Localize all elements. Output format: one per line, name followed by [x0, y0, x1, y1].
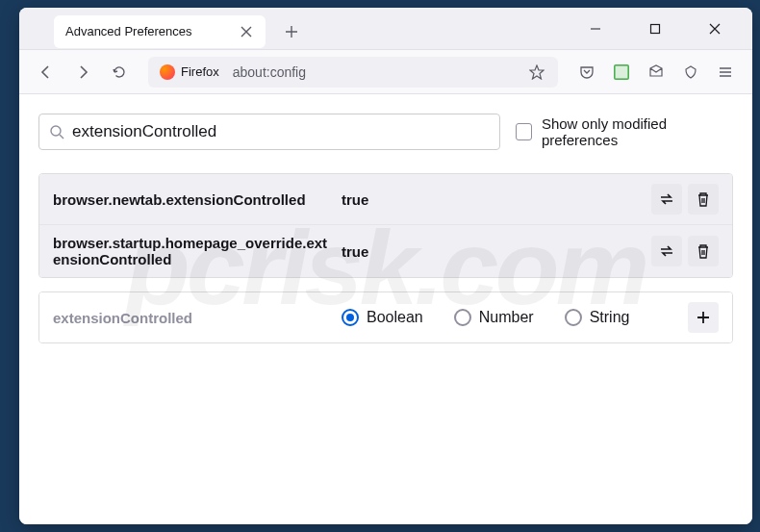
preferences-list: browser.newtab.extensionControlled true … [38, 173, 733, 278]
toolbar-right-icons [571, 57, 741, 88]
radio-input-string[interactable] [565, 309, 582, 326]
new-pref-name: extensionControlled [53, 310, 342, 326]
radio-string[interactable]: String [565, 309, 630, 326]
filter-checkbox[interactable] [516, 123, 532, 140]
titlebar: Advanced Preferences [19, 8, 752, 50]
tab-title: Advanced Preferences [65, 24, 192, 38]
toggle-button[interactable] [651, 184, 682, 215]
search-input[interactable] [72, 122, 490, 141]
delete-button[interactable] [688, 236, 719, 266]
radio-input-boolean[interactable] [342, 309, 359, 326]
window-controls [577, 14, 745, 43]
pref-name: browser.newtab.extensionControlled [53, 191, 342, 208]
type-radio-group: Boolean Number String [342, 309, 688, 326]
bookmark-star-icon[interactable] [523, 59, 550, 86]
extension-icon[interactable] [606, 57, 637, 88]
radio-label: String [590, 309, 630, 326]
new-pref-row: extensionControlled Boolean Number Strin… [39, 292, 732, 342]
svg-rect-0 [651, 24, 660, 33]
window-close-button[interactable] [697, 14, 733, 43]
search-row: Show only modified preferences [38, 114, 733, 150]
url-input[interactable] [227, 64, 523, 80]
reload-button[interactable] [104, 57, 135, 88]
minimize-button[interactable] [577, 14, 614, 43]
radio-number[interactable]: Number [454, 309, 534, 326]
radio-label: Boolean [367, 309, 423, 326]
new-tab-button[interactable] [277, 17, 306, 46]
maximize-button[interactable] [637, 14, 673, 43]
radio-boolean[interactable]: Boolean [342, 309, 423, 326]
pref-actions [651, 236, 719, 266]
url-bar[interactable]: Firefox [148, 57, 558, 88]
new-preference-row-container: extensionControlled Boolean Number Strin… [38, 291, 733, 343]
pref-row: browser.startup.homepage_override.extens… [39, 225, 732, 277]
forward-button[interactable] [67, 57, 98, 88]
svg-point-2 [51, 126, 61, 136]
radio-label: Number [479, 309, 534, 326]
toggle-button[interactable] [651, 236, 682, 266]
filter-label: Show only modified preferences [542, 115, 733, 148]
about-config-content: Show only modified preferences browser.n… [19, 94, 752, 524]
svg-rect-1 [616, 65, 628, 78]
show-modified-filter[interactable]: Show only modified preferences [516, 115, 733, 148]
inbox-icon[interactable] [641, 57, 671, 88]
shield-icon[interactable] [675, 57, 706, 88]
back-button[interactable] [31, 57, 62, 88]
firefox-logo-icon [160, 64, 175, 80]
browser-window: Advanced Preferences [19, 8, 752, 524]
pref-value: true [342, 243, 651, 260]
identity-label: Firefox [181, 64, 219, 79]
pref-value: true [342, 191, 651, 208]
search-box[interactable] [38, 114, 500, 150]
menu-icon[interactable] [710, 57, 741, 88]
radio-input-number[interactable] [454, 309, 471, 326]
delete-button[interactable] [688, 184, 719, 215]
navigation-toolbar: Firefox [19, 50, 752, 94]
search-icon [49, 124, 64, 139]
pref-row: browser.newtab.extensionControlled true [39, 174, 732, 225]
tab-advanced-preferences[interactable]: Advanced Preferences [54, 15, 266, 48]
identity-box[interactable]: Firefox [156, 61, 227, 84]
add-pref-button[interactable] [688, 302, 719, 333]
new-pref-actions [688, 302, 719, 333]
pref-name: browser.startup.homepage_override.extens… [53, 235, 342, 267]
pocket-icon[interactable] [571, 57, 602, 88]
close-tab-icon[interactable] [239, 24, 254, 39]
pref-actions [651, 184, 719, 215]
